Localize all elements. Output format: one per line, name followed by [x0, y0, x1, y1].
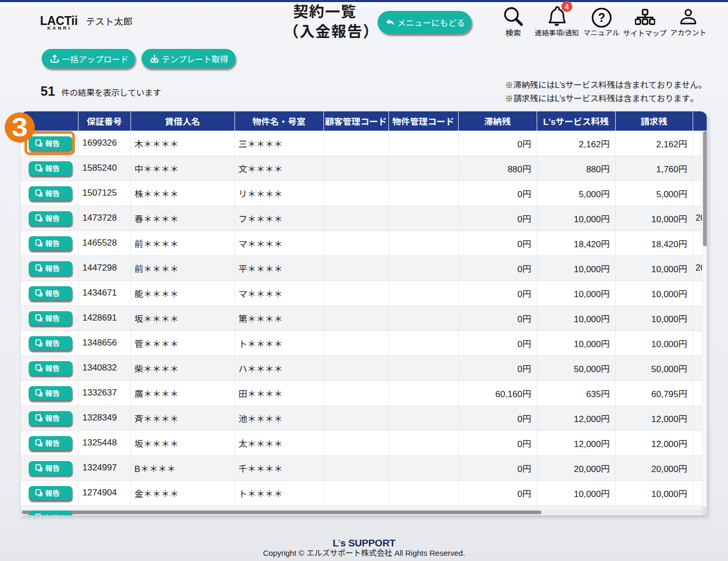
svg-text:?: ? — [597, 11, 605, 24]
